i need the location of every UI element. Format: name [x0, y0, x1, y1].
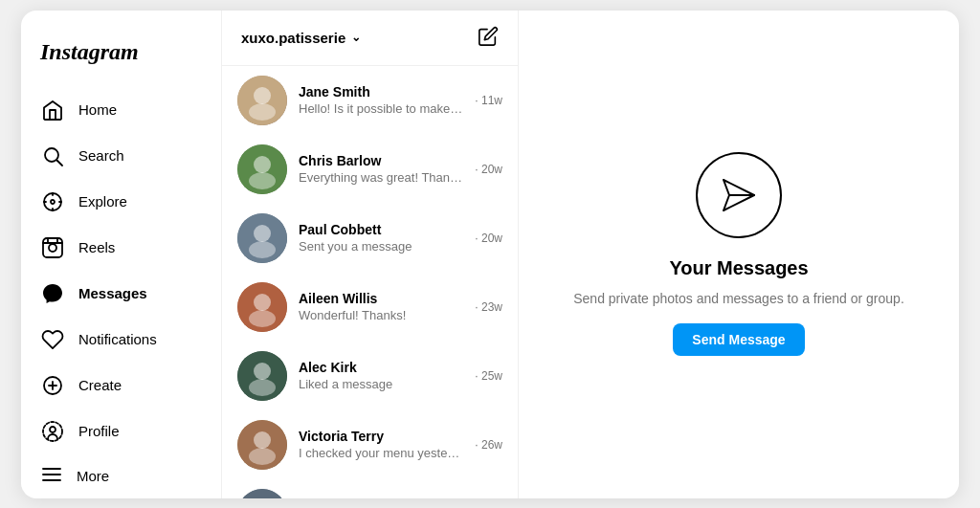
main-area: Your Messages Send private photos and me… — [519, 11, 959, 498]
avatar-jane-smith — [237, 76, 287, 125]
conv-time-paul-cobbett: · 20w — [475, 232, 502, 245]
sidebar-item-home[interactable]: Home — [21, 88, 221, 132]
compose-icon[interactable] — [478, 26, 499, 50]
conversation-item-jane-smith[interactable]: Jane Smith Hello! Is it possible to make… — [222, 66, 518, 135]
avatar-victoria-terry — [237, 420, 287, 470]
conversation-item-chris-barlow[interactable]: Chris Barlow Everything was great! Thank… — [222, 135, 518, 204]
messages-icon — [40, 281, 65, 306]
sidebar-item-profile-label: Profile — [78, 423, 120, 439]
conv-preview-jane-smith: Hello! Is it possible to make a... — [299, 101, 463, 116]
conv-info-chris-barlow: Chris Barlow Everything was great! Thank… — [299, 153, 463, 185]
svg-point-16 — [43, 422, 62, 441]
conv-info-angela-brown: Angela Brown Hi! Will you be open during… — [299, 497, 463, 498]
avatar-alec-kirk — [237, 351, 287, 401]
conversation-item-angela-brown[interactable]: Angela Brown Hi! Will you be open during… — [222, 479, 518, 498]
sidebar-nav: Home Search — [21, 88, 221, 453]
messages-header-title[interactable]: xuxo.patisserie ⌄ — [241, 30, 361, 46]
sidebar-item-notifications[interactable]: Notifications — [21, 318, 221, 362]
conv-time-aileen-willis: · 23w — [475, 300, 502, 314]
sidebar-item-create[interactable]: Create — [21, 364, 221, 408]
conv-name-paul-cobbett: Paul Cobbett — [299, 222, 463, 237]
svg-point-17 — [50, 427, 56, 432]
conv-info-alec-kirk: Alec Kirk Liked a message — [299, 360, 463, 391]
conv-info-victoria-terry: Victoria Terry I checked your menu yeste… — [299, 429, 463, 460]
svg-point-39 — [237, 489, 287, 498]
sidebar-item-search[interactable]: Search — [21, 134, 221, 178]
sidebar: Instagram Home Search — [21, 11, 222, 498]
svg-point-26 — [249, 172, 276, 189]
conv-name-aileen-willis: Aileen Willis — [299, 291, 463, 306]
conversation-item-paul-cobbett[interactable]: Paul Cobbett Sent you a message · 20w — [222, 204, 518, 273]
avatar-aileen-willis — [237, 282, 287, 332]
conv-preview-victoria-terry: I checked your menu yesterd... — [299, 446, 463, 460]
svg-point-34 — [254, 363, 271, 380]
conv-preview-chris-barlow: Everything was great! Thank ... — [299, 170, 463, 185]
svg-point-25 — [254, 156, 271, 173]
messages-header: xuxo.patisserie ⌄ — [222, 11, 518, 66]
messages-username: xuxo.patisserie — [241, 30, 345, 46]
conv-name-chris-barlow: Chris Barlow — [299, 153, 463, 168]
svg-point-38 — [249, 448, 276, 465]
svg-point-29 — [249, 241, 276, 258]
svg-point-28 — [254, 225, 271, 242]
main-title: Your Messages — [669, 257, 808, 279]
profile-icon — [40, 419, 65, 444]
more-icon — [40, 463, 63, 489]
sidebar-item-notifications-label: Notifications — [78, 331, 157, 347]
sidebar-item-more[interactable]: More — [21, 453, 221, 498]
sidebar-item-profile[interactable]: Profile — [21, 409, 221, 453]
conv-preview-paul-cobbett: Sent you a message — [299, 239, 463, 254]
svg-point-9 — [49, 244, 56, 252]
conv-info-paul-cobbett: Paul Cobbett Sent you a message — [299, 222, 463, 254]
svg-point-31 — [254, 294, 271, 311]
send-message-button[interactable]: Send Message — [673, 323, 804, 356]
send-message-illustration — [696, 152, 782, 238]
conv-name-angela-brown: Angela Brown — [299, 497, 463, 498]
conv-time-chris-barlow: · 20w — [475, 163, 502, 176]
conversation-list: Jane Smith Hello! Is it possible to make… — [222, 66, 518, 498]
conv-name-alec-kirk: Alec Kirk — [299, 360, 463, 375]
sidebar-item-explore[interactable]: Explore — [21, 180, 221, 224]
svg-point-37 — [254, 431, 271, 449]
svg-point-23 — [249, 103, 276, 121]
svg-point-3 — [51, 200, 55, 204]
messages-panel: xuxo.patisserie ⌄ Jane Smith Hello! Is i… — [222, 11, 519, 498]
main-subtitle: Send private photos and messages to a fr… — [573, 291, 904, 306]
sidebar-item-messages-label: Messages — [78, 285, 147, 301]
sidebar-item-create-label: Create — [78, 377, 122, 393]
conv-name-victoria-terry: Victoria Terry — [299, 429, 463, 444]
chevron-down-icon: ⌄ — [351, 31, 361, 44]
sidebar-item-explore-label: Explore — [78, 193, 127, 210]
svg-point-35 — [249, 379, 276, 396]
create-icon — [40, 373, 65, 398]
conv-preview-alec-kirk: Liked a message — [299, 377, 463, 391]
search-icon — [40, 144, 65, 168]
sidebar-item-home-label: Home — [78, 101, 117, 118]
sidebar-more-label: More — [77, 468, 109, 484]
svg-line-1 — [57, 160, 63, 166]
conv-time-victoria-terry: · 26w — [475, 438, 502, 452]
conv-time-jane-smith: · 11w — [475, 94, 502, 107]
app-logo: Instagram — [21, 30, 221, 88]
explore-icon — [40, 189, 65, 214]
conversation-item-aileen-willis[interactable]: Aileen Willis Wonderful! Thanks! · 23w — [222, 273, 518, 342]
svg-point-32 — [249, 310, 276, 327]
sidebar-item-search-label: Search — [78, 147, 124, 164]
conv-info-aileen-willis: Aileen Willis Wonderful! Thanks! — [299, 291, 463, 322]
conv-name-jane-smith: Jane Smith — [299, 84, 463, 99]
avatar-paul-cobbett — [237, 213, 287, 263]
sidebar-item-messages[interactable]: Messages — [21, 272, 221, 316]
sidebar-item-reels[interactable]: Reels — [21, 226, 221, 270]
conversation-item-victoria-terry[interactable]: Victoria Terry I checked your menu yeste… — [222, 410, 518, 479]
avatar-chris-barlow — [237, 144, 287, 194]
svg-rect-8 — [43, 238, 62, 257]
home-icon — [40, 98, 65, 122]
avatar-angela-brown — [237, 489, 287, 498]
sidebar-item-reels-label: Reels — [78, 239, 115, 255]
svg-point-22 — [254, 87, 271, 104]
conversation-item-alec-kirk[interactable]: Alec Kirk Liked a message · 25w — [222, 342, 518, 410]
reels-icon — [40, 235, 65, 260]
conv-preview-aileen-willis: Wonderful! Thanks! — [299, 308, 463, 322]
notifications-icon — [40, 327, 65, 352]
conv-time-alec-kirk: · 25w — [475, 369, 502, 383]
